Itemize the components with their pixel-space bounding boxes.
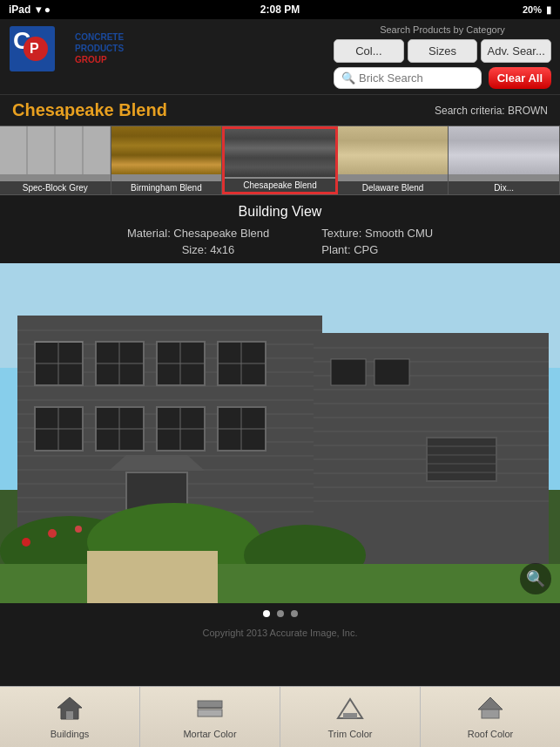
mortar-color-icon [196, 696, 224, 726]
nav-mortar-label: Mortar Color [183, 729, 236, 739]
roof-color-icon [476, 696, 504, 726]
material-label: Material: Chesapeake Blend [127, 227, 269, 240]
search-icon: 🔍 [341, 71, 355, 85]
svg-rect-86 [482, 710, 499, 718]
svg-rect-79 [66, 711, 73, 719]
dot-1 [263, 610, 270, 617]
nav-buildings-label: Buildings [51, 729, 90, 739]
category-btn-adv[interactable]: Adv. Sear... [481, 39, 551, 63]
building-svg [0, 263, 560, 603]
svg-point-73 [48, 529, 57, 538]
svg-rect-84 [343, 713, 357, 718]
building-meta-row2: Size: 4x16 Plant: CPG [0, 243, 560, 256]
status-bar-right: 20% ▮ [523, 4, 551, 16]
trim-color-icon [336, 696, 364, 726]
logo: C P [9, 24, 70, 72]
plant-label: Plant: CPG [321, 243, 378, 256]
product-label-delaware-blend: Delaware Blend [338, 181, 449, 194]
product-thumb-chesapeake-blend[interactable]: Chesapeake Blend [222, 126, 338, 194]
product-thumb-spec-block-grey[interactable]: Spec-Block Grey [0, 126, 111, 194]
search-box[interactable]: 🔍 [334, 67, 482, 89]
svg-rect-60 [314, 486, 549, 488]
bottom-nav: Buildings Mortar Color Trim Color R [0, 686, 560, 747]
svg-rect-80 [198, 701, 222, 708]
svg-rect-54 [314, 403, 549, 404]
status-bar-left: iPad ▾ ● [9, 3, 51, 16]
size-label: Size: 4x16 [182, 243, 235, 256]
copyright: Copyright 2013 Accurate Image, Inc. [0, 624, 560, 642]
svg-rect-61 [314, 500, 549, 502]
svg-rect-81 [198, 710, 222, 716]
building-meta-row1: Material: Chesapeake Blend Texture: Smoo… [0, 227, 560, 240]
svg-rect-69 [374, 359, 409, 385]
nav-roof-color[interactable]: Roof Color [421, 687, 560, 747]
building-view-section: Building View Material: Chesapeake Blend… [0, 195, 560, 642]
search-category-label: Search Products by Category [334, 24, 551, 35]
search-row: 🔍 Clear All [334, 67, 551, 89]
battery-icon: ▮ [546, 4, 551, 16]
product-label-spec-block-grey: Spec-Block Grey [0, 181, 111, 194]
svg-rect-53 [314, 389, 549, 390]
product-label-chesapeake-blend: Chesapeake Blend [225, 179, 335, 192]
buildings-icon [56, 696, 84, 726]
texture-label: Texture: Smooth CMU [321, 227, 433, 240]
svg-rect-13 [17, 399, 322, 401]
product-label-dix: Dix... [449, 181, 559, 194]
svg-point-75 [22, 538, 30, 547]
svg-text:P: P [30, 41, 39, 56]
product-label-birmingham-blend: Birmingham Blend [111, 181, 222, 194]
svg-rect-77 [87, 551, 218, 603]
search-input[interactable] [359, 71, 446, 85]
svg-rect-76 [0, 564, 560, 603]
logo-text: CONCRETE PRODUCTS GROUP [75, 31, 124, 65]
svg-rect-68 [331, 359, 366, 385]
status-bar-time: 2:08 PM [260, 3, 300, 16]
category-btn-sizes[interactable]: Sizes [408, 39, 478, 63]
zoom-button[interactable]: 🔍 [520, 563, 551, 594]
clear-button[interactable]: Clear All [489, 67, 551, 89]
nav-roof-label: Roof Color [468, 729, 514, 739]
nav-buildings[interactable]: Buildings [0, 687, 140, 747]
nav-trim-color[interactable]: Trim Color [280, 687, 421, 747]
dots-indicator [0, 603, 560, 624]
nav-mortar-color[interactable]: Mortar Color [140, 687, 280, 747]
product-strip: Spec-Block Grey Birmingham Blend Chesape… [0, 126, 560, 195]
page-title: Chesapeake Blend [12, 100, 167, 120]
svg-rect-56 [314, 431, 549, 432]
wifi-icon: ▾ ● [36, 3, 51, 16]
svg-rect-8 [17, 329, 322, 331]
logo-box: C P CONCRETE PRODUCTS GROUP [9, 24, 124, 72]
status-bar: iPad ▾ ● 2:08 PM 20% ▮ [0, 0, 560, 19]
battery-text: 20% [523, 4, 542, 15]
product-thumb-birmingham-blend[interactable]: Birmingham Blend [111, 126, 223, 194]
building-view-title: Building View [0, 204, 560, 220]
svg-point-74 [75, 526, 82, 533]
header-right: Search Products by Category Col... Sizes… [334, 24, 551, 89]
svg-rect-50 [314, 347, 549, 349]
building-image-container: 🔍 [0, 263, 560, 603]
svg-rect-55 [314, 417, 549, 418]
svg-rect-62 [427, 438, 496, 481]
search-criteria: Search criteria: BROWN [435, 105, 548, 117]
dot-2 [277, 610, 284, 617]
app-header: C P CONCRETE PRODUCTS GROUP Search Produ… [0, 19, 560, 95]
category-buttons: Col... Sizes Adv. Sear... [334, 39, 551, 63]
product-thumb-dix[interactable]: Dix... [449, 126, 560, 194]
category-btn-col[interactable]: Col... [334, 39, 404, 63]
title-row: Chesapeake Blend Search criteria: BROWN [0, 95, 560, 126]
nav-trim-label: Trim Color [328, 729, 373, 739]
svg-marker-85 [478, 697, 503, 710]
dot-3 [291, 610, 298, 617]
building-scene [0, 263, 560, 603]
product-thumb-delaware-blend[interactable]: Delaware Blend [338, 126, 449, 194]
carrier-text: iPad [9, 3, 30, 16]
